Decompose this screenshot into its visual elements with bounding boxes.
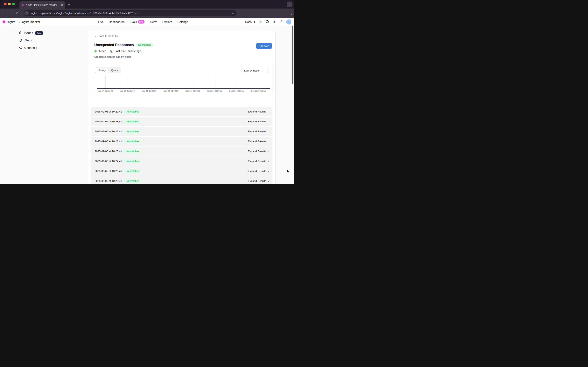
back-arrow-icon: ←: [94, 34, 97, 37]
expand-results-label: Expand Results: [248, 170, 266, 173]
run-row[interactable]: 2025-09-05 at 10:25:41 No matches Expand…: [91, 147, 273, 156]
breadcrumb-separator: /: [19, 20, 20, 24]
expand-results-button[interactable]: Expand Results ⌄: [248, 180, 269, 183]
created-by-text: Created 3 months ago by nicola: [94, 55, 275, 58]
bookmark-star-icon[interactable]: ☆: [232, 11, 234, 15]
site-settings-icon[interactable]: [24, 11, 29, 15]
address-bar[interactable]: logfire-us.pydantic.dev/logfire/logfire-…: [24, 10, 237, 16]
logfire-favicon-icon: [21, 3, 24, 6]
run-row[interactable]: 2025-09-05 at 10:27:41 No matches Expand…: [91, 127, 273, 136]
run-row[interactable]: 2025-09-05 at 10:26:41 No matches Expand…: [91, 137, 273, 146]
github-icon[interactable]: [265, 20, 269, 24]
docs-link[interactable]: Docs: [245, 20, 255, 24]
project-chevrons-icon[interactable]: ⌃⌃: [42, 21, 43, 23]
chevron-down-icon: ⌄: [268, 180, 269, 182]
chevron-down-icon: ⌄: [268, 140, 269, 142]
sidebar-item-channels[interactable]: Channels: [19, 45, 84, 50]
time-range-select[interactable]: Last 24 hours ⌄: [241, 68, 269, 73]
chart-gridline: [259, 76, 259, 88]
chevron-down-icon: ⌄: [268, 150, 269, 152]
history-query-tabs: History Query: [95, 67, 121, 73]
run-row[interactable]: 2025-09-05 at 10:23:41 No matches Expand…: [91, 166, 273, 176]
chevron-down-icon: ⌄: [264, 70, 266, 72]
theme-sun-icon[interactable]: [273, 20, 276, 24]
run-timestamp: 2025-09-05 at 10:24:41: [95, 160, 122, 163]
chevron-down-icon: ⌄: [268, 160, 269, 162]
tab-history[interactable]: History: [95, 68, 108, 73]
user-avatar[interactable]: -: [286, 19, 291, 25]
run-row[interactable]: 2025-09-05 at 10:22:41 No matches Expand…: [91, 176, 273, 184]
run-timestamp: 2025-09-05 at 10:25:41: [95, 150, 122, 153]
nav-alerts[interactable]: Alerts: [150, 20, 157, 24]
nav-explore[interactable]: Explore: [162, 20, 172, 24]
expand-results-button[interactable]: Expand Results ⌄: [248, 140, 269, 143]
project-switcher[interactable]: logfire-monitor: [22, 20, 40, 24]
breadcrumb: logfire ⌃⌃ / logfire-monitor ⌃⌃: [3, 20, 43, 24]
chart-gridline: [105, 76, 106, 88]
app-navbar: logfire ⌃⌃ / logfire-monitor ⌃⌃ Live Das…: [0, 18, 294, 26]
tab-search-button[interactable]: ⌄: [287, 1, 292, 7]
expand-results-button[interactable]: Expand Results ⌄: [248, 120, 269, 123]
alert-title: Unexpected Responses: [94, 43, 134, 47]
share-link-icon[interactable]: [279, 20, 283, 24]
run-no-matches-badge: No matches: [124, 130, 141, 133]
expand-results-label: Expand Results: [248, 160, 266, 163]
browser-window: Alerts · logfire/logfire-monitor ✕ + ⌄ ←…: [0, 0, 294, 184]
run-row[interactable]: 2025-09-05 at 10:29:41 No matches Expand…: [91, 107, 273, 116]
sidebar: Issues Beta Alerts Channels: [0, 26, 84, 50]
chevron-down-icon: ⌄: [268, 110, 269, 113]
chevron-down-icon: ⌄: [268, 130, 269, 133]
url-text[interactable]: logfire-us.pydantic.dev/logfire/logfire-…: [31, 12, 232, 15]
org-switcher[interactable]: logfire: [7, 20, 15, 24]
close-window-button[interactable]: [4, 3, 7, 5]
expand-results-button[interactable]: Expand Results ⌄: [248, 150, 269, 153]
run-no-matches-badge: No matches: [124, 140, 141, 143]
reload-button[interactable]: ⟳: [14, 11, 21, 15]
back-to-alerts-link[interactable]: ← Back to alerts list: [94, 34, 275, 37]
new-tab-button[interactable]: +: [68, 2, 70, 7]
bell-icon: [19, 39, 22, 42]
chart-tick-label: Sep 04, 18:00:00: [137, 90, 161, 92]
last-run-play-icon: [110, 50, 113, 53]
chart-tick-label: Sep 05, 03:00:00: [203, 90, 227, 92]
run-no-matches-badge: No matches: [124, 110, 141, 114]
browser-tab[interactable]: Alerts · logfire/logfire-monitor ✕: [19, 1, 65, 8]
sidebar-item-alerts[interactable]: Alerts: [19, 38, 84, 43]
chart-tick-label: Sep 05, 09:00:00: [247, 90, 270, 92]
minimize-window-button[interactable]: [8, 3, 11, 5]
nav-settings[interactable]: Settings: [178, 20, 188, 24]
nav-dashboards[interactable]: Dashboards: [109, 20, 125, 24]
tab-query[interactable]: Query: [108, 68, 120, 73]
page-scrollbar[interactable]: [292, 26, 293, 84]
chart-tick-label: Sep 04, 12:00:00: [94, 90, 117, 92]
runs-list: 2025-09-05 at 10:29:41 No matches Expand…: [91, 107, 273, 184]
nav-live[interactable]: Live: [98, 20, 104, 24]
run-timestamp: 2025-09-05 at 10:28:41: [95, 120, 122, 123]
edit-alert-button[interactable]: Edit Alert: [256, 43, 272, 49]
run-no-matches-badge: No matches: [124, 120, 141, 124]
maximize-window-button[interactable]: [12, 3, 15, 5]
expand-results-button[interactable]: Expand Results ⌄: [248, 110, 269, 113]
tab-close-icon[interactable]: ✕: [61, 3, 63, 6]
chart-x-axis: [97, 88, 270, 89]
run-row[interactable]: 2025-09-05 at 10:24:41 No matches Expand…: [91, 156, 273, 166]
slack-icon[interactable]: [259, 20, 262, 24]
sidebar-item-issues[interactable]: Issues Beta: [19, 31, 84, 35]
expand-results-label: Expand Results: [248, 120, 266, 123]
chart-tick-label: Sep 05, 00:00:00: [181, 90, 205, 92]
run-no-matches-badge: No matches: [124, 179, 141, 183]
logfire-logo-icon: [2, 20, 6, 24]
org-chevrons-icon[interactable]: ⌃⌃: [17, 21, 18, 23]
expand-results-label: Expand Results: [248, 110, 266, 113]
back-button[interactable]: ←: [0, 11, 7, 15]
active-status-icon: [94, 50, 97, 53]
expand-results-button[interactable]: Expand Results ⌄: [248, 170, 269, 173]
browser-menu-button[interactable]: [291, 12, 292, 15]
chart-gridline: [171, 76, 171, 88]
expand-results-label: Expand Results: [248, 140, 266, 143]
expand-results-button[interactable]: Expand Results ⌄: [248, 160, 269, 163]
nav-evals[interactable]: Evals beta: [130, 20, 144, 24]
expand-results-button[interactable]: Expand Results ⌄: [248, 130, 269, 133]
run-row[interactable]: 2025-09-05 at 10:28:41 No matches Expand…: [91, 117, 273, 126]
window-controls[interactable]: [4, 3, 15, 5]
